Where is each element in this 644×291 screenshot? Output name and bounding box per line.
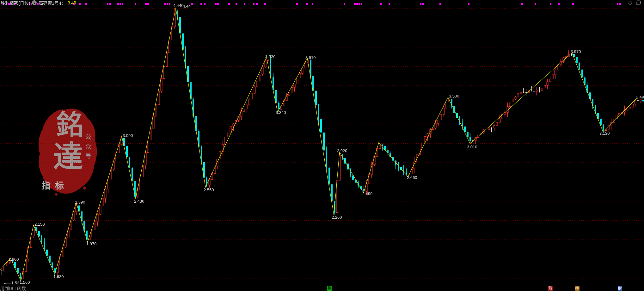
- badge-win[interactable]: 胜: [327, 286, 332, 291]
- chart-header: 胜利精密(日线) ∨ 高亮缠1号4： 3.49: [1, 0, 76, 5]
- dll-note: 用到DLL函数: [0, 285, 26, 291]
- badge-finance[interactable]: 财: [618, 286, 622, 291]
- corner-toolbar: ◇: [628, 0, 641, 5]
- badge-control[interactable]: 控: [575, 286, 580, 291]
- diamond-icon[interactable]: ◇: [628, 0, 632, 5]
- chevron-down-icon[interactable]: ∨: [32, 0, 37, 5]
- indicator-value: 3.49: [68, 0, 76, 5]
- candlestick-chart[interactable]: [0, 0, 644, 291]
- window-icon[interactable]: [636, 0, 641, 5]
- badge-rise[interactable]: 涨: [548, 286, 553, 291]
- indicator-label: 高亮缠1号4：: [39, 0, 66, 6]
- stock-title: 胜利精密(日线): [1, 0, 30, 6]
